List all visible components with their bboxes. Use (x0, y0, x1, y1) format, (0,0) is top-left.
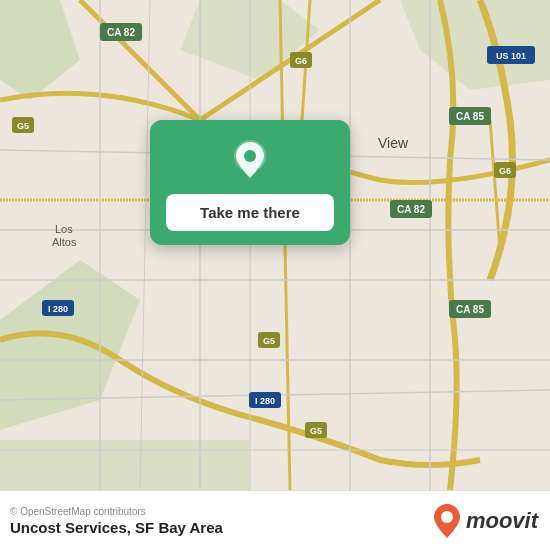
place-name: Uncost Services, SF Bay Area (10, 519, 223, 536)
svg-rect-6 (0, 440, 250, 490)
svg-text:CA 85: CA 85 (456, 304, 484, 315)
svg-text:CA 85: CA 85 (456, 111, 484, 122)
svg-text:View: View (378, 135, 409, 151)
map-svg: CA 82 US 101 CA 85 CA 85 CA 82 G5 G5 G5 … (0, 0, 550, 490)
svg-text:Los: Los (55, 223, 73, 235)
bottom-bar: © OpenStreetMap contributors Uncost Serv… (0, 490, 550, 550)
take-me-there-button[interactable]: Take me there (166, 194, 334, 231)
moovit-logo: moovit (433, 503, 538, 539)
bottom-left: © OpenStreetMap contributors Uncost Serv… (10, 506, 223, 536)
svg-text:US 101: US 101 (496, 51, 526, 61)
location-pin-icon (228, 138, 272, 182)
svg-text:G5: G5 (17, 121, 29, 131)
moovit-brand-text: moovit (466, 508, 538, 534)
svg-point-55 (441, 511, 453, 523)
moovit-pin-icon (433, 503, 461, 539)
svg-point-54 (244, 150, 256, 162)
svg-text:G5: G5 (263, 336, 275, 346)
popup-card: Take me there (150, 120, 350, 245)
svg-text:G6: G6 (499, 166, 511, 176)
svg-text:I 280: I 280 (255, 396, 275, 406)
map-container: CA 82 US 101 CA 85 CA 85 CA 82 G5 G5 G5 … (0, 0, 550, 490)
svg-text:Altos: Altos (52, 236, 77, 248)
svg-text:CA 82: CA 82 (107, 27, 135, 38)
svg-text:G5: G5 (310, 426, 322, 436)
svg-text:CA 82: CA 82 (397, 204, 425, 215)
svg-text:I 280: I 280 (48, 304, 68, 314)
map-attribution: © OpenStreetMap contributors (10, 506, 223, 517)
svg-text:G6: G6 (295, 56, 307, 66)
